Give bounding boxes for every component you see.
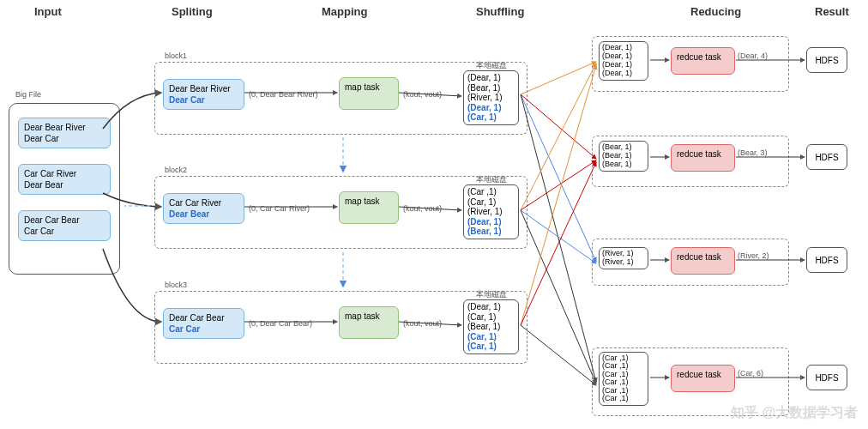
- watermark: 知乎 @大数据学习者: [731, 404, 858, 422]
- reduce2-shuffle: (Bear, 1) (Bear, 1) (Bear, 1): [599, 141, 648, 172]
- block2-data: Car Car River Dear Bear: [163, 193, 244, 224]
- block1-data: Dear Bear River Dear Car: [163, 79, 244, 110]
- block3-data-bottom: Car Car: [169, 324, 200, 334]
- svg-line-13: [521, 63, 596, 210]
- input-record-2: Car Car River Dear Bear: [18, 164, 111, 195]
- block2-kv: (0, Car Car River): [249, 204, 310, 213]
- big-file-container: Dear Bear River Dear Car Car Car River D…: [9, 103, 120, 275]
- block1-kv: (0, Dear Bear River): [249, 90, 318, 99]
- reduce3-sink: HDFS: [806, 247, 847, 273]
- input-record-3: Dear Car Bear Car Car: [18, 210, 111, 241]
- svg-line-18: [521, 162, 596, 325]
- block1-disk: (Dear, 1) (Bear, 1) (River, 1) (Dear, 1)…: [463, 70, 519, 125]
- block3-maptask: map task: [339, 306, 399, 339]
- svg-line-12: [521, 94, 596, 382]
- block3-kv: (0, Dear Car Bear): [249, 319, 312, 328]
- stage-reducing: Reducing: [690, 5, 741, 18]
- reduce4-out: (Car, 6): [738, 369, 763, 378]
- block1-maptask: map task: [339, 77, 399, 110]
- stage-input: Input: [34, 5, 62, 18]
- block2-disk: (Car ,1) (Car, 1) (River, 1) (Dear, 1) (…: [463, 184, 519, 239]
- svg-line-14: [521, 160, 596, 210]
- block3-label: block3: [165, 281, 187, 289]
- reduce4-task: redcue task: [671, 365, 735, 392]
- svg-line-9: [521, 62, 596, 94]
- reduce2-out: (Bear, 3): [738, 148, 768, 157]
- block2-kvout: (kout, vout): [403, 204, 442, 213]
- svg-line-19: [521, 325, 596, 385]
- block1-kvout: (kout, vout): [403, 90, 442, 99]
- reduce1-out: (Dear, 4): [738, 51, 768, 60]
- reduce1-sink: HDFS: [806, 47, 847, 73]
- stage-shuffling: Shuffling: [476, 5, 524, 18]
- block1-data-bottom: Dear Car: [169, 95, 205, 105]
- reduce1-task: redcue task: [671, 47, 735, 75]
- block2-data-top: Car Car River: [169, 198, 221, 208]
- stage-splitting: Spliting: [172, 5, 213, 18]
- reduce4-sink: HDFS: [806, 365, 847, 390]
- input-record-1: Dear Bear River Dear Car: [18, 118, 111, 148]
- block2-label: block2: [165, 166, 187, 174]
- big-file-label: Big File: [15, 90, 41, 99]
- block2-data-bottom: Dear Bear: [169, 209, 209, 219]
- reduce2-sink: HDFS: [806, 144, 847, 170]
- reduce3-task: redcue task: [671, 247, 735, 275]
- block3-kvout: (kout, vout): [403, 319, 442, 328]
- reduce3-out: (River, 2): [738, 251, 769, 260]
- block3-data: Dear Car Bear Car Car: [163, 308, 244, 339]
- stage-result: Result: [815, 5, 849, 18]
- reduce3-shuffle: (River, 1) (River, 1): [599, 247, 648, 269]
- block3-data-top: Dear Car Bear: [169, 313, 224, 323]
- block3-disk: (Dear, 1) (Car, 1) (Bear, 1) (Car, 1) (C…: [463, 299, 519, 354]
- reduce1-shuffle: (Dear, 1) (Dear, 1) (Dear, 1) (Dear, 1): [599, 41, 648, 81]
- stage-mapping: Mapping: [322, 5, 367, 18]
- svg-line-10: [521, 94, 596, 159]
- reduce4-shuffle: (Car ,1) (Car ,1) (Car ,1) (Car ,1) (Car…: [599, 352, 648, 406]
- svg-line-11: [521, 94, 596, 262]
- block2-maptask: map task: [339, 191, 399, 224]
- svg-line-16: [521, 210, 596, 384]
- block1-label: block1: [165, 51, 187, 60]
- block1-data-top: Dear Bear River: [169, 84, 231, 94]
- reduce2-task: redcue task: [671, 144, 735, 172]
- svg-line-17: [521, 65, 596, 325]
- svg-line-15: [521, 210, 596, 263]
